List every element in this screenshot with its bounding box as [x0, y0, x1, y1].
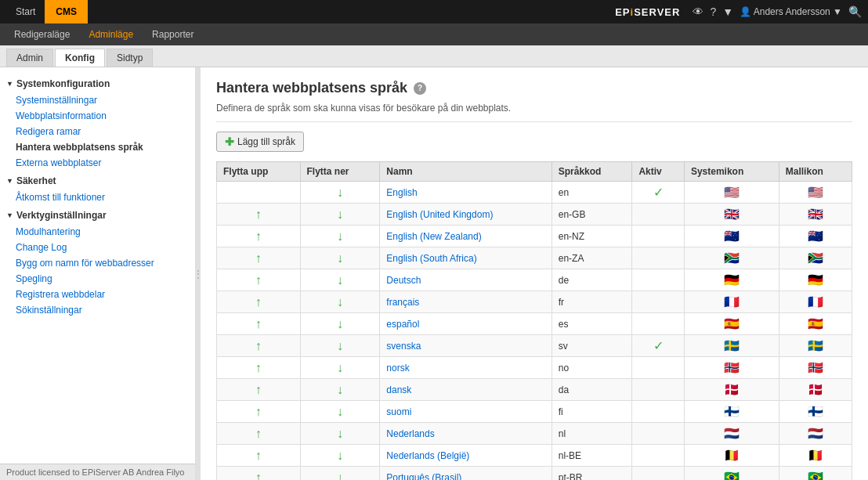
section-verktyg[interactable]: Verktyginställningar [0, 205, 195, 224]
top-bar: Start CMS EPiSERVER 👁 ? ▼ 👤 Anders Ander… [0, 0, 868, 23]
sidebar-item-webbinfo[interactable]: Webbplatsinformation [0, 108, 195, 124]
move-down-button[interactable]: ↓ [337, 317, 343, 330]
move-down-button[interactable]: ↓ [337, 383, 343, 396]
move-down-button[interactable]: ↓ [337, 361, 343, 374]
system-icon: 🇫🇷 [684, 291, 779, 313]
section-sakerhet[interactable]: Säkerhet [0, 171, 195, 189]
plus-icon: ✚ [225, 135, 234, 148]
system-icon: 🇳🇿 [684, 226, 779, 247]
language-name-link[interactable]: dansk [386, 384, 411, 395]
eye-icon[interactable]: 👁 [693, 5, 703, 18]
move-down-button[interactable]: ↓ [337, 295, 343, 309]
move-up-button[interactable]: ↑ [255, 471, 262, 481]
main-layout: Systemkonfiguration Systeminställningar … [0, 67, 868, 480]
language-code: no [552, 357, 632, 379]
move-down-button[interactable]: ↓ [337, 449, 343, 462]
move-down-button[interactable]: ↓ [337, 405, 343, 418]
sidebar-item-atkomst[interactable]: Åtkomst till funktioner [0, 189, 195, 205]
col-flytta-upp: Flytta upp [217, 162, 301, 182]
table-row: ↑↓norskno🇳🇴🇳🇴 [217, 357, 852, 379]
move-up-button[interactable]: ↑ [255, 208, 262, 221]
move-up-button[interactable]: ↑ [255, 427, 262, 440]
language-active [632, 467, 684, 481]
sidebar-item-modul[interactable]: Modulhantering [0, 224, 195, 240]
col-namn: Namn [380, 162, 552, 182]
table-row: ↑↓English (South Africa)en-ZA🇿🇦🇿🇦 [217, 247, 852, 269]
user-menu[interactable]: 👤 Anders Andersson ▼ [740, 6, 842, 17]
system-icon: 🇩🇪 [684, 269, 779, 291]
rapporter-nav[interactable]: Rapporter [144, 26, 201, 43]
language-active: ✓ [632, 182, 684, 204]
start-button[interactable]: Start [6, 6, 45, 17]
move-down-button[interactable]: ↓ [337, 229, 343, 243]
move-up-button[interactable]: ↑ [255, 295, 262, 309]
tab-admin[interactable]: Admin [6, 49, 53, 67]
language-name-link[interactable]: English (United Kingdom) [386, 209, 493, 220]
system-icon: 🇩🇰 [684, 379, 779, 401]
system-icon: 🇺🇸 [684, 182, 779, 204]
sidebar-item-sokinst[interactable]: Sökinställningar [0, 302, 195, 318]
language-name-link[interactable]: français [386, 297, 419, 308]
episerver-logo: EPiSERVER [615, 6, 680, 18]
move-up-button[interactable]: ↑ [255, 251, 262, 265]
sidebar-item-registrera[interactable]: Registrera webbdelar [0, 287, 195, 302]
move-up-button[interactable]: ↑ [255, 405, 262, 418]
template-icon: 🇫🇮 [779, 401, 852, 423]
move-up-button[interactable]: ↑ [255, 339, 262, 352]
sidebar-item-externawebb[interactable]: Externa webbplatser [0, 155, 195, 171]
search-icon[interactable]: 🔍 [848, 5, 862, 18]
language-name-link[interactable]: English [386, 187, 417, 198]
language-name-link[interactable]: suomi [386, 406, 411, 417]
add-language-button[interactable]: ✚ Lägg till språk [216, 132, 304, 152]
move-up-button[interactable]: ↑ [255, 449, 262, 462]
move-up-button[interactable]: ↑ [255, 229, 262, 243]
move-up-button[interactable]: ↑ [255, 361, 262, 374]
language-code: en-ZA [552, 247, 632, 269]
language-name-link[interactable]: norsk [386, 363, 409, 374]
table-row: ↑↓Deutschde🇩🇪🇩🇪 [217, 269, 852, 291]
help-caret-icon[interactable]: ▼ [722, 5, 733, 18]
language-name-link[interactable]: English (South Africa) [386, 253, 476, 264]
language-name-link[interactable]: español [386, 319, 419, 330]
system-icon: 🇧🇷 [684, 467, 779, 481]
move-down-button[interactable]: ↓ [337, 471, 343, 481]
move-down-button[interactable]: ↓ [337, 427, 343, 440]
move-down-button[interactable]: ↓ [337, 186, 343, 199]
redigera-nav[interactable]: Redigeraläge [6, 26, 78, 43]
move-down-button[interactable]: ↓ [337, 273, 343, 287]
language-name-link[interactable]: Nederlands [386, 428, 434, 439]
move-down-button[interactable]: ↓ [337, 339, 343, 352]
page-help-icon[interactable]: ? [414, 82, 426, 95]
system-icon: 🇧🇪 [684, 445, 779, 467]
help-icon[interactable]: ? [710, 5, 716, 18]
admin-nav[interactable]: Adminläge [81, 26, 141, 43]
language-code: es [552, 313, 632, 335]
language-name-link[interactable]: English (New Zealand) [386, 231, 481, 242]
template-icon: 🇸🇪 [779, 335, 852, 357]
tab-sidtyp[interactable]: Sidtyp [107, 49, 153, 67]
sidebar-item-byggom[interactable]: Bygg om namn för webbadresser [0, 255, 195, 271]
move-up-button[interactable]: ↑ [255, 383, 262, 396]
move-down-button[interactable]: ↓ [337, 208, 343, 221]
language-name-link[interactable]: Deutsch [386, 275, 421, 286]
cms-button[interactable]: CMS [45, 0, 88, 23]
tab-konfig[interactable]: Konfig [55, 49, 105, 67]
sidebar-item-hanterasprak[interactable]: Hantera webbplatsens språk [0, 139, 195, 155]
sidebar-item-changelog[interactable]: Change Log [0, 240, 195, 255]
language-name-link[interactable]: Português (Brasil) [386, 472, 461, 481]
move-down-button[interactable]: ↓ [337, 251, 343, 265]
col-mallikon: Mallikon [779, 162, 852, 182]
sidebar-item-redigeraramar[interactable]: Redigera ramar [0, 124, 195, 139]
section-systemkonfiguration[interactable]: Systemkonfiguration [0, 74, 195, 92]
sidebar-item-systeminst[interactable]: Systeminställningar [0, 92, 195, 108]
template-icon: 🇳🇱 [779, 423, 852, 445]
move-up-button[interactable]: ↑ [255, 317, 262, 330]
language-code: pt-BR [552, 467, 632, 481]
table-row: ↑↓danskda🇩🇰🇩🇰 [217, 379, 852, 401]
language-code: da [552, 379, 632, 401]
language-active [632, 423, 684, 445]
sidebar-item-spegling[interactable]: Spegling [0, 271, 195, 287]
move-up-button[interactable]: ↑ [255, 273, 262, 287]
language-name-link[interactable]: Nederlands (België) [386, 450, 469, 461]
language-name-link[interactable]: svenska [386, 341, 421, 352]
